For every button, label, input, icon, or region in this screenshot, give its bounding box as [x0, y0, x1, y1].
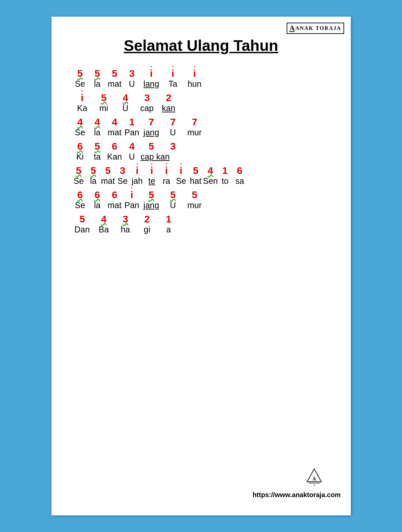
note: i — [145, 165, 159, 176]
logo-icon: A ⊞ — [304, 467, 324, 487]
lyrics-row-6: Se la mat Pan jang U mur — [71, 200, 331, 210]
note: 5 — [86, 165, 101, 176]
note: 6 — [71, 141, 89, 152]
footer-url: https://www.anaktoraja.com — [253, 491, 341, 499]
note: i — [184, 68, 205, 79]
lyric: sa — [232, 176, 247, 186]
lyric: mur — [184, 200, 205, 210]
section-3: 4 4 4 1 7 7 7 Se la mat Pan jang U mur — [71, 116, 331, 137]
note: 7 — [162, 116, 184, 128]
lyric: mat — [106, 79, 123, 89]
lyric: Dan — [71, 225, 93, 234]
note: i — [174, 165, 189, 176]
note: 6 — [232, 165, 247, 176]
lyrics-row-5: Se la mat Se jah te ra Se hat Sen to sa — [71, 176, 331, 186]
lyric: Ki — [71, 152, 89, 162]
note: 5 — [71, 213, 93, 225]
watermark-label: A ANAK TORAJA — [287, 23, 344, 34]
lyric: Ka — [71, 103, 93, 113]
lyrics-row-3: Se la mat Pan jang U mur — [71, 128, 331, 137]
note: 4 — [203, 165, 218, 176]
note: 6 — [106, 141, 123, 152]
lyric: te — [145, 176, 159, 186]
lyric: U — [162, 200, 184, 210]
lyric: a — [158, 225, 180, 234]
note: 6 — [89, 189, 106, 200]
lyric: jang — [141, 128, 162, 137]
note: i — [130, 165, 145, 176]
note: 4 — [115, 92, 136, 103]
note: 5 — [106, 68, 123, 79]
lyric: Ba — [93, 225, 115, 234]
note: 5 — [141, 141, 162, 152]
note: i — [71, 92, 93, 103]
note: 3 — [136, 92, 158, 103]
note: 3 — [123, 68, 141, 79]
lyric: Se — [115, 176, 130, 186]
lyrics-row-1: Se la mat U lang Ta hun — [71, 79, 331, 89]
note: 1 — [123, 116, 141, 128]
lyrics-row-4: Ki ta Kan U cap kan — [71, 152, 331, 162]
watermark-a: A — [289, 24, 295, 33]
lyric: cap — [136, 103, 158, 113]
section-4: 6 5 6 4 5 3 Ki ta Kan U cap kan — [71, 141, 331, 162]
lyric: ta — [89, 152, 106, 162]
lyric: hun — [184, 79, 205, 89]
note: 4 — [123, 141, 141, 152]
notes-row-7: 5 4 3 2 1 — [71, 213, 331, 225]
note: 3 — [115, 165, 130, 176]
lyric: hat — [189, 176, 203, 186]
note: 5 — [89, 141, 106, 152]
note: 5 — [71, 68, 89, 79]
note: 5 — [141, 189, 162, 200]
lyric: gi — [136, 225, 158, 234]
note: 4 — [89, 116, 106, 128]
notes-row-6: 6 6 6 i 5 5 5 — [71, 189, 331, 200]
note: 5 — [189, 165, 203, 176]
note: 5 — [93, 92, 115, 103]
note: i — [141, 68, 162, 79]
note: 1 — [158, 213, 180, 225]
section-5: 5 5 5 3 i i i i 5 4 1 6 Se la mat Se jah… — [71, 165, 331, 186]
lyric: Pan — [123, 128, 141, 137]
note: 2 — [158, 92, 180, 103]
note: 5 — [101, 165, 115, 176]
lyric: U — [162, 128, 184, 137]
lyric: Sen — [203, 176, 218, 186]
lyric: mur — [184, 128, 205, 137]
section-2: i 5 4 3 2 Ka mi U cap kan — [71, 92, 331, 113]
note: i — [159, 165, 174, 176]
lyric: la — [89, 128, 106, 137]
note: 1 — [218, 165, 232, 176]
note: 4 — [93, 213, 115, 225]
lyric: Se — [174, 176, 189, 186]
lyric: U — [123, 79, 141, 89]
lyrics-row-2: Ka mi U cap kan — [71, 103, 331, 113]
lyric: mat — [106, 128, 123, 137]
lyric: ra — [159, 176, 174, 186]
note: 5 — [71, 165, 86, 176]
note: 4 — [71, 116, 89, 128]
section-6: 6 6 6 i 5 5 5 Se la mat Pan jang U mur — [71, 189, 331, 210]
note: 3 — [115, 213, 136, 225]
note: 5 — [162, 189, 184, 200]
note: 5 — [184, 189, 205, 200]
section-7: 5 4 3 2 1 Dan Ba ha gi a — [71, 213, 331, 234]
svg-text:A: A — [312, 476, 316, 481]
notes-row-1: 5 5 5 3 i i i — [71, 68, 331, 79]
watermark-text: ANAK TORAJA — [295, 25, 341, 31]
lyric: la — [86, 176, 101, 186]
notes-row-2: i 5 4 3 2 — [71, 92, 331, 103]
section-1: 5 5 5 3 i i i Se la mat U lang Ta hun — [71, 68, 331, 89]
sheet-music-page: A ANAK TORAJA Selamat Ulang Tahun 5 5 5 … — [52, 17, 351, 515]
lyric: Ta — [162, 79, 184, 89]
notes-row-5: 5 5 5 3 i i i i 5 4 1 6 — [71, 165, 331, 176]
lyric: Se — [71, 128, 89, 137]
lyric: lang — [141, 79, 162, 89]
note: 7 — [141, 116, 162, 128]
lyric: Se — [71, 79, 89, 89]
lyric: ha — [115, 225, 136, 234]
note: 6 — [71, 189, 89, 200]
lyric: Se — [71, 200, 89, 210]
lyric: Se — [71, 176, 86, 186]
